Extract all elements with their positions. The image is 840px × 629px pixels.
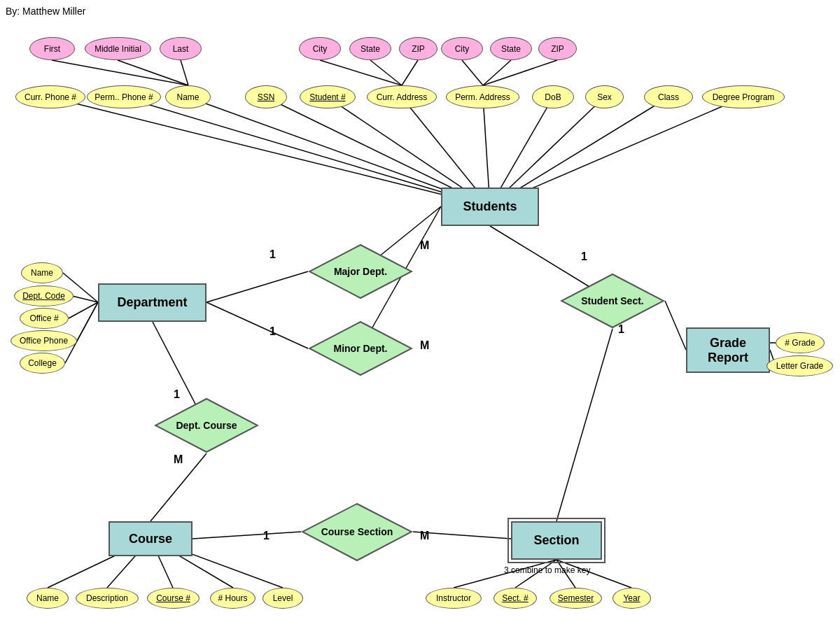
attr-name: Name bbox=[165, 85, 211, 108]
svg-line-1 bbox=[124, 97, 490, 206]
svg-line-24 bbox=[65, 302, 98, 363]
svg-line-21 bbox=[72, 296, 98, 302]
attr-dept-code: Dept. Code bbox=[14, 285, 74, 306]
attr-state2: State bbox=[490, 37, 532, 60]
svg-line-15 bbox=[370, 60, 402, 85]
svg-line-30 bbox=[665, 301, 686, 350]
attr-course-num: Course # bbox=[147, 588, 200, 609]
relation-dept-course: Dept. Course bbox=[154, 397, 259, 453]
attr-degree-program: Degree Program bbox=[702, 85, 785, 108]
card-dept-course-1: 1 bbox=[174, 388, 180, 401]
card-course-section-m: M bbox=[420, 530, 429, 542]
attr-hours: # Hours bbox=[210, 588, 255, 609]
attr-ssn: SSN bbox=[245, 85, 287, 108]
attr-college: College bbox=[20, 353, 65, 374]
attr-office-phone: Office Phone bbox=[10, 330, 77, 351]
er-diagram: By: Matthew Miller bbox=[0, 0, 840, 629]
attr-middle-initial: Middle Initial bbox=[85, 37, 151, 60]
card-dept-course-m: M bbox=[174, 453, 183, 466]
attr-grade-num: # Grade bbox=[776, 332, 825, 353]
attr-zip1: ZIP bbox=[399, 37, 438, 60]
entity-section: Section bbox=[511, 521, 602, 560]
note-section-key: 3 combine to make key bbox=[504, 565, 590, 575]
attr-instructor: Instructor bbox=[426, 588, 482, 609]
svg-line-18 bbox=[483, 60, 511, 85]
svg-line-19 bbox=[483, 60, 557, 85]
attr-office-num: Office # bbox=[20, 308, 69, 329]
attr-city1: City bbox=[299, 37, 341, 60]
entity-students: Students bbox=[441, 188, 539, 226]
entity-course: Course bbox=[108, 521, 192, 556]
attr-curr-address: Curr. Address bbox=[367, 85, 437, 108]
svg-line-0 bbox=[50, 97, 490, 206]
attr-zip2: ZIP bbox=[538, 37, 577, 60]
card-major-dept-m: M bbox=[420, 239, 429, 252]
card-student-sect-1bot: 1 bbox=[618, 323, 624, 336]
attr-first: First bbox=[29, 37, 75, 60]
attr-perm-phone: Perm.. Phone # bbox=[87, 85, 161, 108]
svg-line-14 bbox=[320, 60, 402, 85]
attr-year: Year bbox=[612, 588, 651, 609]
attr-curr-phone: Curr. Phone # bbox=[15, 85, 85, 108]
attr-last: Last bbox=[160, 37, 202, 60]
attr-sex: Sex bbox=[585, 85, 624, 108]
svg-line-13 bbox=[181, 60, 188, 85]
svg-line-22 bbox=[69, 302, 98, 318]
attr-letter-grade: Letter Grade bbox=[766, 355, 833, 376]
entity-department: Department bbox=[98, 283, 206, 322]
relation-minor-dept: Minor Dept. bbox=[308, 320, 413, 376]
attr-semester: Semester bbox=[550, 588, 602, 609]
card-course-section-1: 1 bbox=[263, 530, 270, 542]
svg-line-33 bbox=[556, 329, 612, 521]
attr-level: Level bbox=[262, 588, 303, 609]
svg-line-11 bbox=[52, 60, 188, 85]
svg-line-36 bbox=[192, 532, 301, 539]
card-student-sect-1top: 1 bbox=[581, 250, 587, 263]
attr-description: Description bbox=[76, 588, 139, 609]
attr-sect-num: Sect. # bbox=[493, 588, 537, 609]
relation-student-sect: Student Sect. bbox=[560, 273, 665, 329]
card-major-dept-1: 1 bbox=[270, 248, 276, 261]
entity-grade-report: Grade Report bbox=[686, 327, 770, 373]
attr-state1: State bbox=[349, 37, 391, 60]
attr-course-name: Name bbox=[27, 588, 69, 609]
svg-line-23 bbox=[77, 302, 98, 341]
svg-line-17 bbox=[462, 60, 483, 85]
svg-line-28 bbox=[206, 302, 308, 348]
attr-student-num: Student # bbox=[300, 85, 356, 108]
svg-line-26 bbox=[206, 271, 308, 302]
attr-dept-name: Name bbox=[21, 262, 63, 283]
attr-class: Class bbox=[644, 85, 693, 108]
attr-city2: City bbox=[441, 37, 483, 60]
author-label: By: Matthew Miller bbox=[6, 6, 85, 17]
svg-line-16 bbox=[402, 60, 418, 85]
attr-perm-address: Perm. Address bbox=[446, 85, 519, 108]
svg-line-12 bbox=[118, 60, 188, 85]
relation-course-section: Course Section bbox=[301, 502, 413, 562]
relation-major-dept: Major Dept. bbox=[308, 243, 413, 299]
card-minor-dept-m: M bbox=[420, 339, 429, 352]
attr-dob: DoB bbox=[532, 85, 574, 108]
card-minor-dept-1: 1 bbox=[270, 325, 276, 338]
